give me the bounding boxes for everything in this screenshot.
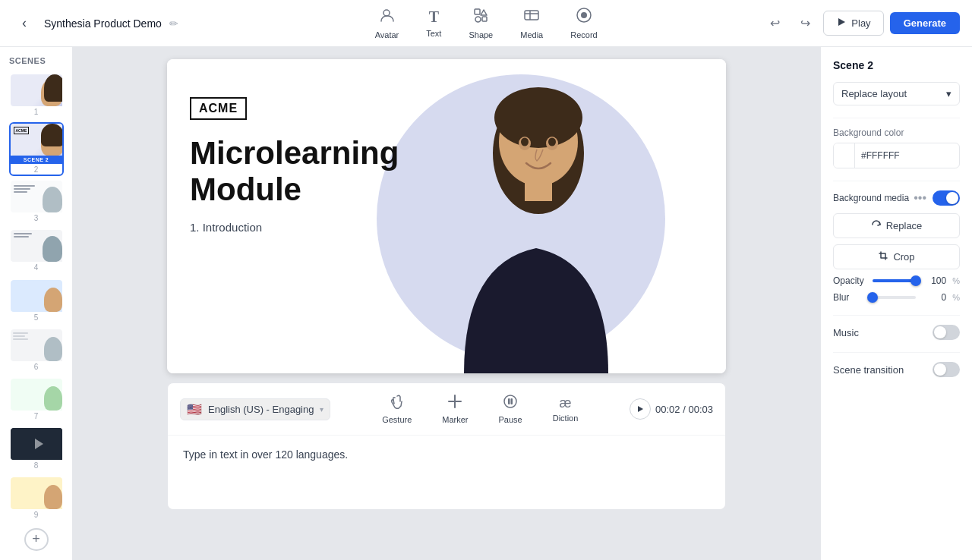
tool-media[interactable]: Media <box>508 2 555 44</box>
gesture-tool[interactable]: Gesture <box>376 391 418 427</box>
scene-thumb-img-2: ACME <box>11 124 64 156</box>
color-swatch[interactable] <box>834 143 855 168</box>
scene-thumb-8[interactable]: 8 <box>9 426 64 473</box>
pause-icon <box>503 394 518 413</box>
marker-tool[interactable]: Marker <box>436 391 474 427</box>
blur-label: Blur <box>833 292 866 303</box>
back-icon: ‹ <box>22 15 27 31</box>
gesture-label: Gesture <box>382 415 412 424</box>
tool-record[interactable]: Record <box>558 2 609 44</box>
scene-thumb-img-7 <box>11 379 64 411</box>
svg-point-15 <box>548 138 556 146</box>
scene-num-1: 1 <box>11 106 62 119</box>
bg-media-toggle[interactable] <box>933 190 960 206</box>
text-icon: T <box>429 8 439 26</box>
scene-thumb-img-3 <box>11 181 64 212</box>
marker-icon <box>447 394 462 413</box>
script-time: 00:02 / 00:03 <box>630 398 713 420</box>
svg-rect-20 <box>511 398 513 404</box>
toolbar: ‹ Synthesia Product Demo ✏ Avatar T Text <box>0 0 972 47</box>
scene-thumb-6[interactable]: 6 <box>9 328 64 374</box>
music-section: Music <box>833 325 960 340</box>
svg-rect-4 <box>525 11 538 20</box>
edit-title-icon[interactable]: ✏ <box>169 17 178 30</box>
script-panel: 🇺🇸 English (US) - Engaging ▾ <box>167 382 726 510</box>
replace-button[interactable]: Replace <box>833 213 960 238</box>
replace-layout-dropdown[interactable]: Replace layout ▾ <box>833 82 960 105</box>
color-value-input[interactable] <box>855 146 960 165</box>
redo-button[interactable]: ↪ <box>793 11 817 36</box>
back-button[interactable]: ‹ <box>12 11 36 36</box>
language-selector[interactable]: 🇺🇸 English (US) - Engaging ▾ <box>180 398 330 420</box>
scene-thumb-img-9 <box>11 477 64 509</box>
time-display: 00:02 / 00:03 <box>655 404 713 415</box>
script-tools: Gesture Marker <box>330 391 630 427</box>
scene-thumb-4[interactable]: 4 <box>9 228 64 275</box>
tool-shape[interactable]: Shape <box>456 2 505 44</box>
divider-3 <box>833 315 960 316</box>
add-scene-button[interactable]: + <box>24 528 49 551</box>
scene-transition-label: Scene transition <box>833 364 904 376</box>
script-text-area[interactable]: Type in text in over 120 languages. <box>168 436 725 473</box>
scene-thumb-3[interactable]: 3 <box>9 179 64 225</box>
scene-thumb-img-4 <box>11 230 64 262</box>
scene-thumb-img-8 <box>11 428 64 460</box>
toolbar-right: ↩ ↪ Play Generate <box>762 11 960 36</box>
scene-thumb-2[interactable]: ACME SCENE 2 2 <box>9 122 64 176</box>
project-title: Synthesia Product Demo <box>44 17 162 30</box>
svg-point-2 <box>475 17 481 22</box>
scene-transition-row: Scene transition <box>833 362 960 377</box>
scene-thumb-5[interactable]: 5 <box>9 278 64 325</box>
scene-num-9: 9 <box>11 509 62 522</box>
canvas-avatar <box>392 62 680 373</box>
opacity-fill <box>873 279 916 282</box>
scene-num-6: 6 <box>11 361 62 374</box>
bg-color-label: Background color <box>833 127 960 138</box>
blur-slider[interactable] <box>873 296 916 299</box>
diction-tool[interactable]: æ Diction <box>547 392 585 426</box>
divider-4 <box>833 352 960 353</box>
opacity-thumb[interactable] <box>910 275 921 286</box>
tool-avatar[interactable]: Avatar <box>363 2 412 44</box>
flag-icon: 🇺🇸 <box>187 402 202 417</box>
replace-layout-section: Replace layout ▾ <box>833 82 960 105</box>
opacity-percent: % <box>952 276 960 285</box>
blur-value: 0 <box>922 292 946 303</box>
opacity-slider[interactable] <box>873 279 916 282</box>
scene-transition-toggle[interactable] <box>933 362 960 377</box>
play-label: Play <box>851 17 870 29</box>
marker-label: Marker <box>442 415 468 424</box>
scene-thumb-7[interactable]: 7 <box>9 377 64 423</box>
scene-thumb-1[interactable]: 1 <box>9 73 64 119</box>
crop-label: Crop <box>893 251 914 263</box>
replace-layout-chevron-icon: ▾ <box>946 88 951 99</box>
replace-layout-label: Replace layout <box>841 88 907 99</box>
bg-media-label: Background media <box>833 193 909 203</box>
svg-rect-11 <box>525 178 552 201</box>
play-icon <box>836 17 847 30</box>
generate-button[interactable]: Generate <box>890 12 960 34</box>
script-toolbar: 🇺🇸 English (US) - Engaging ▾ <box>168 383 725 436</box>
music-toggle[interactable] <box>933 325 960 340</box>
color-input-row: ⬙ <box>833 143 960 168</box>
blur-thumb[interactable] <box>867 292 878 303</box>
play-button[interactable]: Play <box>823 11 883 36</box>
scene-thumb-9[interactable]: 9 <box>9 476 64 522</box>
svg-rect-1 <box>475 9 480 14</box>
shape-label: Shape <box>469 30 493 39</box>
pause-label: Pause <box>499 415 522 424</box>
more-options-icon[interactable]: ••• <box>914 191 926 205</box>
tool-text[interactable]: T Text <box>414 4 453 42</box>
svg-point-5 <box>581 12 587 18</box>
opacity-label: Opacity <box>833 275 866 286</box>
divider-1 <box>833 118 960 118</box>
scene-thumb-img-5 <box>11 280 64 312</box>
pause-tool[interactable]: Pause <box>493 391 529 427</box>
svg-marker-7 <box>35 439 43 449</box>
avatar-svg <box>418 66 654 373</box>
script-play-button[interactable] <box>630 398 651 420</box>
blur-row: Blur 0 % <box>833 292 960 303</box>
undo-button[interactable]: ↩ <box>762 11 787 36</box>
crop-button[interactable]: Crop <box>833 244 960 269</box>
canvas-wrapper[interactable]: ACME Microlearning Module 1. Introductio… <box>167 59 726 373</box>
